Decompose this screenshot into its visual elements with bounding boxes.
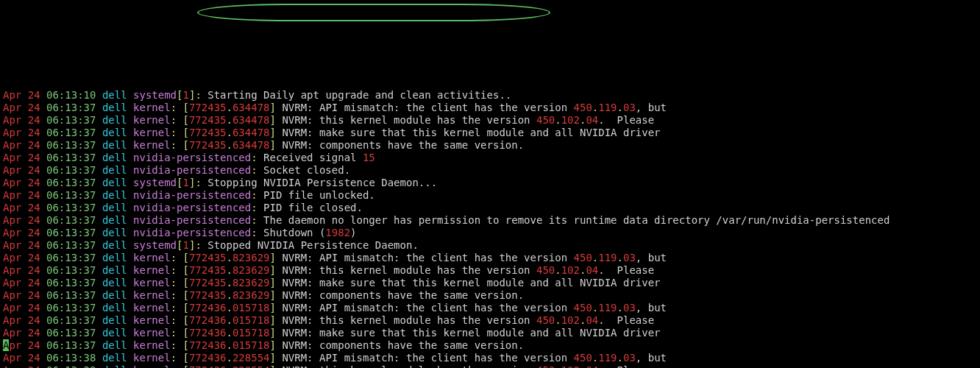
log-date: Apr 24 — [3, 189, 40, 201]
log-colon: : — [171, 139, 183, 151]
log-text: 102 — [561, 314, 580, 326]
log-text: 015718 — [232, 327, 270, 339]
log-text: ] — [270, 102, 283, 113]
log-colon: : — [171, 352, 183, 364]
log-host: dell — [102, 227, 127, 238]
log-text: . — [555, 264, 561, 276]
log-text: 1982 — [325, 227, 350, 238]
log-time: 06:13:37 — [46, 264, 96, 276]
log-text: . — [227, 289, 232, 301]
log-line: Apr 24 06:13:37 dell kernel: [772435.634… — [3, 102, 977, 114]
log-host: dell — [102, 202, 127, 213]
log-text: 634478 — [232, 127, 270, 138]
log-text: 03 — [623, 102, 636, 113]
log-date: Apr 24 — [3, 314, 40, 326]
log-time: 06:13:37 — [46, 164, 96, 176]
log-date: Apr 24 — [3, 114, 40, 126]
log-text: NVRM: components have the same version. — [282, 139, 524, 151]
log-text: NVRM: make sure that this kernel module … — [282, 127, 660, 138]
log-text: 450 — [574, 102, 592, 113]
log-text: 634478 — [232, 139, 270, 151]
log-text: ] — [270, 364, 283, 368]
log-text: [ — [183, 339, 189, 351]
log-date: Apr 24 — [3, 264, 40, 276]
log-text: 450 — [536, 364, 555, 368]
log-line: Apr 24 06:13:38 dell kernel: [772436.228… — [3, 364, 977, 368]
pid-open-bracket: [ — [177, 89, 182, 101]
log-service: kernel — [133, 252, 171, 263]
log-text: NVRM: API mismatch: the client has the v… — [282, 102, 573, 113]
log-text: Shutdown ( — [263, 227, 325, 238]
log-colon: : — [251, 189, 263, 201]
log-text: 04 — [586, 114, 598, 126]
log-text: . — [617, 352, 623, 364]
log-service: nvidia-persistenced — [133, 227, 251, 238]
log-text: 03 — [623, 252, 636, 263]
log-service: systemd — [133, 177, 177, 188]
log-line: Apr 24 06:13:37 dell systemd[1]: Stoppin… — [3, 177, 977, 189]
log-line: Apr 24 06:13:38 dell kernel: [772436.228… — [3, 352, 977, 364]
log-date: pr 24 — [9, 339, 40, 351]
log-colon: : — [171, 127, 183, 138]
log-colon: : — [171, 102, 183, 113]
log-text: . — [592, 352, 598, 364]
log-service: kernel — [133, 327, 171, 339]
log-service: systemd — [133, 89, 177, 101]
log-text: . — [227, 114, 232, 126]
log-date: Apr 24 — [3, 214, 40, 226]
log-text: . — [227, 327, 232, 339]
log-line: Apr 24 06:13:37 dell nvidia-persistenced… — [3, 214, 977, 227]
log-text: 450 — [574, 252, 592, 263]
log-time: 06:13:37 — [46, 327, 96, 339]
log-text: NVRM: API mismatch: the client has the v… — [282, 302, 573, 314]
log-text: 772435 — [189, 277, 227, 289]
log-text: 772435 — [189, 102, 227, 113]
log-text: 015718 — [232, 314, 270, 326]
log-text: 102 — [561, 264, 580, 276]
log-date: Apr 24 — [3, 202, 40, 213]
log-text: , but — [636, 102, 667, 113]
log-text: 772436 — [189, 364, 227, 368]
log-text: 119 — [598, 102, 617, 113]
annotation-circle — [197, 13, 550, 21]
log-host: dell — [102, 114, 127, 126]
log-line: Apr 24 06:13:37 dell kernel: [772435.634… — [3, 127, 977, 139]
log-host: dell — [102, 177, 127, 188]
log-text: [ — [182, 302, 188, 314]
log-text: 03 — [623, 352, 636, 364]
log-text: [ — [182, 114, 188, 126]
log-text: . — [555, 314, 561, 326]
log-line: Apr 24 06:13:37 dell systemd[1]: Stopped… — [3, 239, 977, 252]
log-line: Apr 24 06:13:37 dell kernel: [772436.015… — [3, 327, 977, 339]
pid-open-bracket: [ — [177, 177, 182, 188]
log-host: dell — [102, 314, 127, 326]
log-host: dell — [102, 289, 127, 301]
log-text: NVRM: API mismatch: the client has the v… — [282, 252, 573, 263]
log-service: kernel — [133, 264, 171, 276]
log-service: nvidia-persistenced — [133, 214, 251, 226]
log-time: 06:13:37 — [46, 252, 96, 263]
log-line: Apr 24 06:13:37 dell kernel: [772436.015… — [3, 339, 977, 352]
log-time: 06:13:37 — [46, 102, 96, 113]
log-text: 228554 — [232, 364, 270, 368]
log-text: ] — [270, 127, 283, 138]
log-service: kernel — [133, 127, 171, 138]
log-text: ] — [270, 139, 283, 151]
log-time: 06:13:37 — [46, 114, 96, 126]
log-line: Apr 24 06:13:37 dell nvidia-persistenced… — [3, 189, 977, 202]
log-date: Apr 24 — [3, 364, 40, 368]
log-time: 06:13:37 — [46, 189, 96, 201]
log-text: 772436 — [189, 302, 227, 314]
log-text: 102 — [561, 364, 580, 368]
log-time: 06:13:37 — [46, 202, 96, 213]
log-text: [ — [182, 277, 188, 289]
log-text: 823629 — [232, 264, 270, 276]
pid-open-bracket: [ — [177, 239, 182, 251]
log-text: 823629 — [232, 252, 270, 263]
log-host: dell — [102, 152, 127, 163]
log-host: dell — [102, 164, 127, 176]
log-service: kernel — [133, 314, 171, 326]
log-text: . — [227, 252, 232, 263]
log-colon: : — [195, 89, 207, 101]
log-pid: 1 — [183, 239, 189, 251]
